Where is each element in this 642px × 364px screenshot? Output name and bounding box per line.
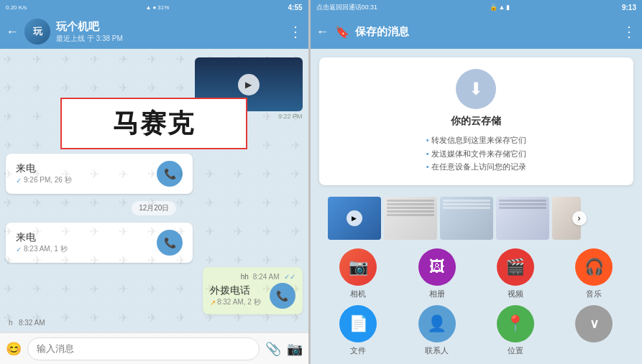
cloud-icon: ⬇ <box>456 69 496 109</box>
saved-menu-button[interactable]: ⋮ <box>622 23 636 40</box>
signal-icon: ▲ <box>146 4 152 11</box>
back-button-right[interactable]: ← <box>316 24 329 39</box>
media-strip: ▶ <box>319 197 633 240</box>
saved-header: ← 🔖 保存的消息 ⋮ <box>311 14 642 49</box>
right-panel: 点击返回回通话00:31 🔒 ▲ ▮ 9:13 ← 🔖 保存的消息 ⋮ ⬇ 你的… <box>311 0 642 364</box>
action-contact[interactable]: 👤 联系人 <box>400 305 473 356</box>
bottom-timestamp: h 8:32 AM <box>9 319 303 327</box>
more-icon-circle: ∨ <box>575 305 613 342</box>
time-display-right: 9:13 <box>622 4 636 11</box>
action-music[interactable]: 🎧 音乐 <box>558 248 630 299</box>
file-icon-circle: 📄 <box>339 305 377 342</box>
battery-level: 31% <box>157 4 169 11</box>
cloud-title: 你的云存储 <box>451 115 501 128</box>
media-thumb-4[interactable] <box>496 197 549 240</box>
line <box>443 200 490 202</box>
music-label: 音乐 <box>586 289 602 299</box>
outgoing-call-icon[interactable]: 📞 <box>270 283 295 309</box>
location-label: 位置 <box>508 345 523 356</box>
chat-input-bar: 😊 📎 📷 <box>0 332 308 364</box>
message-input[interactable] <box>27 337 260 360</box>
header-menu-button[interactable]: ⋮ <box>288 23 303 40</box>
cloud-bullet-1: 转发信息到这里来保存它们 <box>426 134 526 147</box>
contact-label: 联系人 <box>425 345 449 356</box>
chat-avatar: 玩 <box>24 19 50 45</box>
mosaic-overlay: 马赛克 <box>60 98 247 149</box>
photo-label: 相册 <box>429 289 445 299</box>
cloud-bullets: 转发信息到这里来保存它们 发送媒体和文件来存储它们 在任意设备上访问您的记录 <box>426 134 526 174</box>
incoming-call-1[interactable]: 来电 ✓ 9:26 PM, 26 秒 📞 <box>6 154 193 194</box>
line <box>387 214 434 216</box>
lock-icon: 🔒 <box>490 4 497 11</box>
action-photo[interactable]: 🖼 相册 <box>400 248 473 299</box>
back-button[interactable]: ← <box>6 24 19 39</box>
media-thumb-5-container: › <box>552 197 581 240</box>
battery-icon-right: ▮ <box>506 4 510 11</box>
line <box>499 203 546 205</box>
location-icon-circle: 📍 <box>497 305 534 342</box>
line <box>387 200 434 202</box>
cloud-download-icon: ⬇ <box>469 79 483 99</box>
incoming-call-2[interactable]: 来电 ✓ 8:23 AM, 1 秒 📞 <box>6 223 193 263</box>
camera-label: 相机 <box>350 289 366 299</box>
camera-button[interactable]: 📷 <box>287 341 303 357</box>
outgoing-message: hh 8:24 AM ✓✓ 外拨电话 ↗ 8:32 AM, 2 秒 📞 <box>203 267 303 314</box>
outgoing-call-info: 外拨电话 ↗ 8:32 AM, 2 秒 <box>210 284 261 307</box>
media-next-button[interactable]: › <box>572 211 587 225</box>
saved-body: ⬇ 你的云存储 转发信息到这里来保存它们 发送媒体和文件来存储它们 在任意设备上… <box>311 49 642 364</box>
action-grid-row2: 📄 文件 👤 联系人 📍 位置 ∨ <box>311 302 642 362</box>
media-strip-container: ▶ <box>311 194 642 240</box>
status-icons: ▲ ● 31% <box>146 4 170 11</box>
call-sub-1: ✓ 9:26 PM, 26 秒 <box>16 175 72 185</box>
outgoing-send-time: 8:24 AM <box>253 273 280 281</box>
line <box>387 203 434 205</box>
chat-header: ← 玩 玩个机吧 最近上线 于 3:38 PM ⋮ <box>0 14 308 49</box>
call-return-info[interactable]: 点击返回回通话00:31 <box>316 3 378 12</box>
line <box>499 207 546 209</box>
thumb-play-1[interactable]: ▶ <box>347 210 362 226</box>
contact-icon-circle: 👤 <box>418 305 456 342</box>
action-camera[interactable]: 📷 相机 <box>322 248 395 299</box>
mosaic-text: 马赛克 <box>113 106 195 141</box>
wifi-icon: ● <box>152 4 156 11</box>
media-thumb-2[interactable] <box>384 197 437 240</box>
thumb-lines-4 <box>496 197 549 213</box>
header-info: 玩个机吧 最近上线 于 3:38 PM <box>56 20 283 44</box>
cloud-storage-card: ⬇ 你的云存储 转发信息到这里来保存它们 发送媒体和文件来存储它们 在任意设备上… <box>319 57 633 185</box>
contact-name: 玩个机吧 <box>56 20 283 34</box>
check-icon: ✓ <box>16 177 22 185</box>
action-location[interactable]: 📍 位置 <box>479 305 551 356</box>
line <box>443 203 490 205</box>
action-more[interactable]: ∨ <box>558 305 630 356</box>
chat-body: 马赛克 ▶ 00:07 9:22 PM 来电 ✓ 9:26 PM, 26 秒 📞 <box>0 49 308 332</box>
contact-status: 最近上线 于 3:38 PM <box>56 34 283 44</box>
action-grid-row1: 📷 相机 🖼 相册 🎬 视频 🎧 音乐 <box>311 240 642 302</box>
line <box>499 200 546 202</box>
thumb-lines-2 <box>384 197 437 220</box>
attach-button[interactable]: 📎 <box>265 341 281 357</box>
call-phone-icon-1[interactable]: 📞 <box>157 161 183 187</box>
media-thumb-3[interactable] <box>440 197 493 240</box>
file-label: 文件 <box>350 345 366 356</box>
call-info-1: 来电 ✓ 9:26 PM, 26 秒 <box>16 162 72 185</box>
call-info-2: 来电 ✓ 8:23 AM, 1 秒 <box>16 231 68 254</box>
media-thumb-1[interactable]: ▶ <box>328 197 381 240</box>
video-play-button[interactable]: ▶ <box>238 74 260 95</box>
signal-icon-right: ▲ <box>499 4 505 11</box>
action-video[interactable]: 🎬 视频 <box>479 248 551 299</box>
action-file[interactable]: 📄 文件 <box>322 305 395 356</box>
status-bar-right: 点击返回回通话00:31 🔒 ▲ ▮ 9:13 <box>311 0 642 14</box>
video-icon-circle: 🎬 <box>497 248 534 286</box>
camera-icon-circle: 📷 <box>339 248 377 286</box>
call-phone-icon-2[interactable]: 📞 <box>157 230 183 256</box>
outgoing-call-title: 外拨电话 <box>210 284 261 297</box>
bookmark-icon: 🔖 <box>335 25 349 39</box>
call-title-2: 来电 <box>16 231 68 244</box>
thumb-lines-3 <box>440 197 493 213</box>
time-display: 4:55 <box>288 4 303 11</box>
right-status-icons: 🔒 ▲ ▮ <box>490 4 510 11</box>
emoji-button[interactable]: 😊 <box>6 341 22 357</box>
call-title-1: 来电 <box>16 162 72 175</box>
photo-icon-circle: 🖼 <box>418 248 456 286</box>
outgoing-call-sub: ↗ 8:32 AM, 2 秒 <box>210 297 261 307</box>
